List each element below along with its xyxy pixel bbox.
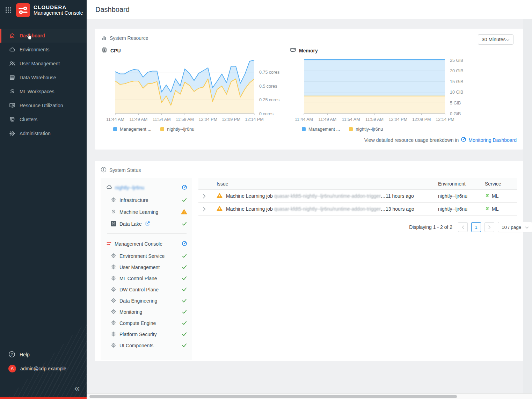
user-menu[interactable]: A admin@cdp.example	[0, 362, 87, 376]
mouse-cursor-hand	[27, 33, 33, 40]
svg-text:11:59 AM: 11:59 AM	[365, 117, 384, 122]
status-item-data-engineering: Data Engineering	[106, 295, 187, 306]
cpu-chart: 11:44 AM11:49 AM11:54 AM11:59 AM12:04 PM…	[104, 55, 290, 126]
status-item-environment-service: Environment Service	[106, 251, 187, 262]
system-resource-card: System Resource 30 Minutes	[95, 29, 523, 150]
sidebar-bottom-accent-bar	[0, 397, 87, 399]
pagination-summary: Displaying 1 - 2 of 2	[409, 224, 452, 230]
home-icon	[9, 32, 15, 39]
svg-text:0 GiB: 0 GiB	[450, 111, 461, 116]
svg-text:5 GiB: 5 GiB	[450, 101, 461, 106]
chevron-down-icon	[506, 37, 510, 42]
warning-icon	[217, 206, 223, 212]
legend-label: nightly--ljr6nu	[356, 126, 383, 132]
cluster-icon	[9, 116, 15, 123]
svg-text:12:04 PM: 12:04 PM	[199, 117, 218, 122]
page-size-select[interactable]: 10 / page	[498, 222, 532, 232]
svg-text:12:14 PM: 12:14 PM	[436, 117, 454, 122]
table-row: Machine Learning job quasar-kfdt5-nightl…	[198, 203, 517, 216]
horizontal-scrollbar[interactable]	[87, 393, 532, 399]
next-page-button[interactable]	[484, 222, 494, 232]
status-panel: nightly--ljr6nu Infrastructure	[101, 178, 192, 360]
issue-job-link[interactable]: quasar-kfdt5-nightly--ljr6nu/runtime-add…	[274, 193, 386, 199]
check-icon	[181, 264, 187, 270]
time-range-select[interactable]: 30 Minutes	[478, 34, 513, 45]
check-icon	[181, 221, 187, 227]
environment-name-link[interactable]: nightly--ljr6nu	[115, 185, 144, 190]
svg-text:11:44 AM: 11:44 AM	[295, 117, 313, 122]
cloudera-logo[interactable]	[16, 3, 30, 17]
sidebar-item-label: Administration	[20, 131, 51, 136]
status-item-label: UI Components	[119, 343, 153, 348]
column-header-service: Service	[485, 181, 517, 187]
sidebar-header: CLOUDERA Management Console	[0, 0, 87, 20]
footer-text: View detailed resource usage breakdown i…	[364, 137, 459, 143]
legend-label: Management ...	[308, 126, 340, 132]
status-item-ml-control-plane: ML Control Plane	[106, 273, 187, 284]
issue-environment: nightly--ljr6nu	[438, 193, 485, 199]
status-item-platform-security: Platform Security	[106, 329, 187, 340]
ml-service-icon	[485, 206, 490, 212]
console-status-header: Management Console	[106, 237, 187, 251]
page-header: Dashboard	[87, 0, 532, 19]
status-item-label: Infrastructure	[119, 197, 148, 203]
cpu-legend: Management ... nightly--ljr6nu	[113, 126, 290, 132]
sidebar-item-user-management[interactable]: User Management	[0, 57, 87, 71]
gear-icon	[111, 320, 116, 327]
issue-prefix: Machine Learning job	[226, 193, 273, 199]
page-number-button[interactable]: 1	[471, 222, 481, 232]
expand-row-icon[interactable]	[198, 207, 210, 211]
health-gauge-icon[interactable]	[182, 241, 187, 247]
status-item-label: ML Control Plane	[119, 276, 157, 281]
memory-legend: Management ... nightly--ljr6nu	[302, 126, 479, 132]
sidebar-item-dashboard[interactable]: Dashboard	[0, 29, 87, 43]
horizontal-scrollbar-thumb[interactable]	[89, 395, 457, 398]
issue-service: ML	[492, 193, 498, 199]
help-button[interactable]: ? Help	[0, 348, 87, 362]
brand-name: CLOUDERA	[34, 4, 83, 10]
check-icon	[181, 343, 187, 349]
memory-chart-block: Memory 11:44 AM11:49 AM11:54 AM11:59 AM1…	[290, 47, 479, 132]
user-email: admin@cdp.example	[20, 366, 66, 371]
health-gauge-icon[interactable]	[182, 184, 187, 191]
sidebar-item-clusters[interactable]: Clusters	[0, 113, 87, 126]
status-item-label: Data Engineering	[119, 298, 157, 304]
pagination: Displaying 1 - 2 of 2 1 10 / page	[198, 222, 517, 233]
ml-service-icon	[485, 193, 490, 199]
sidebar-item-resource-utilization[interactable]: Resource Utilization	[0, 99, 87, 113]
svg-text:20 GiB: 20 GiB	[450, 68, 463, 73]
gear-icon	[111, 197, 116, 204]
check-icon	[181, 197, 187, 203]
warning-icon	[217, 193, 223, 199]
chevron-down-icon	[525, 225, 529, 230]
gear-icon	[111, 309, 116, 315]
external-link-icon[interactable]	[145, 221, 150, 227]
sidebar-collapse-button[interactable]: «	[74, 384, 80, 392]
status-item-data-lake: Data Lake	[106, 218, 187, 230]
memory-chart-title: Memory	[299, 48, 318, 53]
sidebar-item-ml-workspaces[interactable]: ML Workspaces	[0, 85, 87, 99]
svg-text:10 GiB: 10 GiB	[450, 90, 463, 95]
status-item-label: Compute Engine	[119, 320, 156, 326]
gear-icon	[111, 331, 116, 338]
sidebar-item-environments[interactable]: Environments	[0, 43, 87, 57]
time-range-value: 30 Minutes	[482, 37, 505, 42]
resource-footer: View detailed resource usage breakdown i…	[101, 137, 517, 143]
bar-chart-icon	[101, 35, 107, 42]
expand-row-icon[interactable]	[198, 194, 210, 198]
svg-text:11:54 AM: 11:54 AM	[342, 117, 360, 122]
svg-text:11:49 AM: 11:49 AM	[318, 117, 336, 122]
brand-product: Management Console	[34, 10, 83, 16]
sidebar-item-label: User Management	[20, 61, 60, 66]
ml-icon	[9, 88, 15, 95]
sidebar-item-data-warehouse[interactable]: Data Warehouse	[0, 71, 87, 85]
cloud-icon	[9, 46, 15, 53]
management-console-icon	[106, 241, 112, 247]
page-title: Dashboard	[95, 6, 130, 14]
monitoring-dashboard-link[interactable]: Monitoring Dashboard	[468, 137, 517, 143]
previous-page-button[interactable]	[458, 222, 468, 232]
app-switcher-icon[interactable]	[6, 7, 11, 13]
sidebar-item-administration[interactable]: Administration	[0, 126, 87, 140]
check-icon	[181, 276, 187, 282]
issue-job-link[interactable]: quasar-kfdt5-nightly--ljr6nu/runtime-add…	[274, 206, 386, 212]
